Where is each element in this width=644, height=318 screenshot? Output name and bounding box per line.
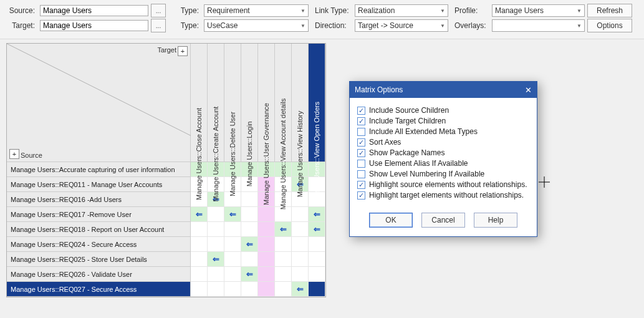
matrix-cell[interactable]: ⇐ <box>292 282 309 297</box>
checkbox[interactable] <box>357 128 365 136</box>
matrix-cell[interactable] <box>275 267 292 282</box>
column-header[interactable]: Manage Users::Login <box>241 44 258 162</box>
matrix-cell[interactable] <box>275 252 292 267</box>
row-header[interactable]: Manage Users::REQ011 - Manage User Accou… <box>7 177 191 192</box>
matrix-cell[interactable]: ⇐ <box>309 222 325 237</box>
checkbox[interactable] <box>357 160 365 168</box>
column-header[interactable]: Manage Users::Close Account <box>191 44 208 162</box>
matrix-cell[interactable]: ⇐ <box>224 207 241 222</box>
dialog-titlebar[interactable]: Matrix Options ✕ <box>350 82 537 98</box>
matrix-cell[interactable] <box>292 207 309 222</box>
matrix-cell[interactable] <box>208 267 224 282</box>
checkbox[interactable] <box>357 170 365 178</box>
overlays-combo[interactable]: ▼ <box>492 19 585 32</box>
matrix-cell[interactable] <box>224 222 241 237</box>
matrix-cell[interactable] <box>191 237 208 252</box>
target-input[interactable] <box>40 20 148 31</box>
expand-source-button[interactable]: + <box>9 149 19 159</box>
matrix-cell[interactable] <box>275 282 292 297</box>
matrix-cell[interactable] <box>208 222 224 237</box>
matrix-cell[interactable]: ⇐ <box>208 252 224 267</box>
row-header[interactable]: Manage Users::REQ025 - Store User Detail… <box>7 252 191 267</box>
column-header[interactable]: Manage Users::User Governance <box>258 44 275 162</box>
matrix-cell[interactable] <box>258 207 275 222</box>
options-button[interactable]: Options <box>587 19 632 32</box>
matrix-cell[interactable] <box>292 267 309 282</box>
matrix-cell[interactable] <box>241 252 258 267</box>
matrix-cell[interactable]: ⇐ <box>241 237 258 252</box>
cancel-button[interactable]: Cancel <box>421 213 465 228</box>
column-header[interactable]: Manage Users::View Open Orders <box>309 44 325 162</box>
matrix-cell[interactable] <box>258 252 275 267</box>
matrix-cell[interactable] <box>224 282 241 297</box>
row-header[interactable]: Manage Users::REQ018 - Report on User Ac… <box>7 222 191 237</box>
close-icon[interactable]: ✕ <box>525 85 532 95</box>
refresh-button[interactable]: Refresh <box>587 4 632 17</box>
row-header[interactable]: Manage Users::REQ017 -Remove User <box>7 207 191 222</box>
arrow-left-icon: ⇐ <box>280 225 287 233</box>
source-browse-button[interactable]: ... <box>151 4 166 17</box>
type-bottom-combo[interactable]: UseCase ▼ <box>204 19 309 32</box>
row-header[interactable]: Manage Users::REQ024 - Secure Access <box>7 237 191 252</box>
source-input[interactable] <box>40 5 148 16</box>
matrix-cell[interactable] <box>241 192 258 207</box>
chevron-down-icon: ▼ <box>440 23 445 29</box>
matrix-cell[interactable] <box>292 222 309 237</box>
row-header[interactable]: Manage Users::REQ016 -Add Users <box>7 192 191 207</box>
target-browse-button[interactable]: ... <box>151 19 166 32</box>
matrix-cell[interactable] <box>309 252 325 267</box>
column-header[interactable]: Manage Users::Create Account <box>208 44 224 162</box>
ok-button[interactable]: OK <box>369 213 413 228</box>
matrix-cell[interactable] <box>208 237 224 252</box>
matrix-cell[interactable] <box>292 237 309 252</box>
matrix-cell[interactable]: ⇐ <box>275 222 292 237</box>
expand-target-button[interactable]: + <box>178 46 188 56</box>
checkbox[interactable] <box>357 107 365 115</box>
matrix-cell[interactable]: ⇐ <box>309 207 325 222</box>
row-header[interactable]: Manage Users::REQ027 - Secure Access <box>7 282 191 297</box>
dialog-title-text: Matrix Options <box>355 85 403 94</box>
arrow-left-icon: ⇐ <box>213 255 219 263</box>
matrix-cell[interactable] <box>258 282 275 297</box>
matrix-cell[interactable] <box>309 237 325 252</box>
checkbox[interactable] <box>357 191 365 200</box>
matrix-cell[interactable] <box>275 237 292 252</box>
matrix-cell[interactable] <box>224 267 241 282</box>
matrix-cell[interactable] <box>241 282 258 297</box>
checkbox[interactable] <box>357 149 365 157</box>
matrix-cell[interactable] <box>191 282 208 297</box>
matrix-cell[interactable] <box>191 252 208 267</box>
matrix-cell[interactable] <box>309 267 325 282</box>
direction-label: Direction: <box>311 21 352 30</box>
matrix-cell[interactable] <box>292 252 309 267</box>
checkbox[interactable] <box>357 138 365 147</box>
matrix-cell[interactable] <box>241 222 258 237</box>
help-button[interactable]: Help <box>474 213 517 228</box>
row-header[interactable]: Manage Users::REQ026 - Validate User <box>7 267 191 282</box>
matrix-cell[interactable] <box>258 222 275 237</box>
matrix-cell[interactable] <box>224 252 241 267</box>
type-top-combo[interactable]: Requirement ▼ <box>204 4 309 17</box>
matrix-cell[interactable] <box>258 237 275 252</box>
matrix-cell[interactable] <box>309 282 325 297</box>
matrix-cell[interactable] <box>191 267 208 282</box>
matrix-cell[interactable] <box>208 207 224 222</box>
matrix-cell[interactable] <box>208 282 224 297</box>
checkbox[interactable] <box>357 117 365 125</box>
linktype-combo[interactable]: Realization ▼ <box>355 4 448 17</box>
matrix-cell[interactable] <box>258 267 275 282</box>
matrix-cell[interactable] <box>224 237 241 252</box>
direction-combo[interactable]: Target -> Source ▼ <box>355 19 448 32</box>
profile-combo[interactable]: Manage Users ▼ <box>492 4 585 17</box>
row-header[interactable]: Manage Users::Accurate capturing of user… <box>7 162 191 177</box>
matrix-cell[interactable]: ⇐ <box>241 267 258 282</box>
column-header[interactable]: Manage Users::Delete User <box>224 44 241 162</box>
checkbox[interactable] <box>357 181 365 189</box>
matrix-cell[interactable] <box>241 207 258 222</box>
column-header[interactable]: Manage Users::View Account details <box>275 44 292 162</box>
column-header[interactable]: Manage Users::View History <box>292 44 309 162</box>
matrix-cell[interactable]: ⇐ <box>191 207 208 222</box>
matrix-cell[interactable] <box>191 222 208 237</box>
arrow-left-icon: ⇐ <box>229 210 236 218</box>
option-row: Include Source Children <box>357 106 529 115</box>
